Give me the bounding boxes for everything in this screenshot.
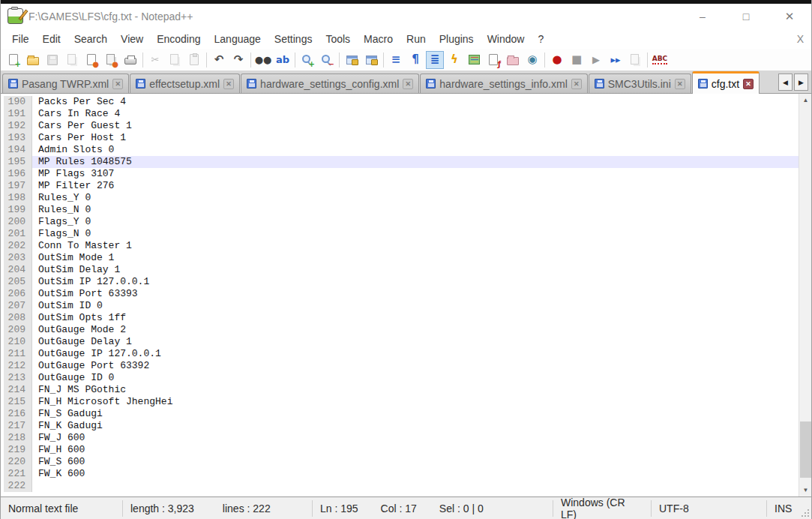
menu-view[interactable]: View bbox=[114, 30, 150, 48]
text-content[interactable]: 190Packs Per Sec 4191Cars In Race 4192Ca… bbox=[4, 94, 799, 496]
tab-smc3utils-ini[interactable]: SMC3Utils.ini✕ bbox=[589, 74, 691, 93]
save-icon[interactable] bbox=[43, 51, 61, 69]
menu-search[interactable]: Search bbox=[67, 30, 114, 48]
macro-play-icon[interactable]: ▶ bbox=[587, 51, 605, 69]
folder-as-workspace-icon[interactable] bbox=[504, 51, 522, 69]
macro-stop-icon[interactable]: ■ bbox=[568, 51, 586, 69]
menu-window[interactable]: Window bbox=[481, 30, 532, 48]
menu-plugins[interactable]: Plugins bbox=[433, 30, 481, 48]
sync-horizontal-scroll-icon[interactable] bbox=[362, 51, 380, 69]
editor-line[interactable]: 207OutSim ID 0 bbox=[4, 300, 799, 312]
editor-line[interactable]: 204OutSim Delay 1 bbox=[4, 264, 799, 276]
scrollbar-thumb[interactable] bbox=[800, 422, 811, 478]
close-tab-icon[interactable]: ✕ bbox=[675, 79, 685, 89]
editor-line[interactable]: 194Admin Slots 0 bbox=[4, 144, 799, 156]
editor-line[interactable]: 210OutGauge Delay 1 bbox=[4, 336, 799, 348]
menubar-close-icon[interactable]: X bbox=[797, 33, 804, 45]
macro-run-multiple-icon[interactable]: ▸▸ bbox=[607, 51, 625, 69]
menu-language[interactable]: Language bbox=[208, 30, 268, 48]
maximize-button[interactable]: □ bbox=[724, 4, 768, 28]
editor-line[interactable]: 214FN_J MS PGothic bbox=[4, 384, 799, 396]
copy-icon[interactable] bbox=[166, 51, 184, 69]
close-all-icon[interactable]: ● bbox=[102, 51, 120, 69]
function-list-icon[interactable]: ƒ bbox=[484, 51, 502, 69]
editor-line[interactable]: 217FN_K Gadugi bbox=[4, 420, 799, 432]
editor-line[interactable]: 211OutGauge IP 127.0.0.1 bbox=[4, 348, 799, 360]
spell-check-abc-icon[interactable]: ABC bbox=[651, 51, 669, 69]
editor-line[interactable]: 216FN_S Gadugi bbox=[4, 408, 799, 420]
editor-line[interactable]: 199Rules_N 0 bbox=[4, 204, 799, 216]
editor-line[interactable]: 193Cars Per Host 1 bbox=[4, 132, 799, 144]
tab-cfg-txt[interactable]: cfg.txt✕ bbox=[692, 71, 760, 94]
close-tab-icon[interactable]: ✕ bbox=[112, 79, 123, 89]
tab-effectsetup-xml[interactable]: effectsetup.xml✕ bbox=[130, 74, 240, 93]
close-tab-icon[interactable]: ✕ bbox=[571, 79, 582, 89]
save-all-icon[interactable] bbox=[63, 51, 81, 69]
tab-scroll-right-icon[interactable]: ▶ bbox=[794, 74, 808, 91]
wrap-symbol-icon[interactable]: ϟ bbox=[445, 51, 463, 69]
open-file-icon[interactable] bbox=[24, 51, 42, 69]
word-wrap-icon[interactable]: ≡ bbox=[387, 51, 405, 69]
editor-line[interactable]: 219FW_H 600 bbox=[4, 444, 799, 456]
menu-run[interactable]: Run bbox=[400, 30, 433, 48]
editor-line[interactable]: 215FN_H Microsoft JhengHei bbox=[4, 396, 799, 408]
editor-line[interactable]: 208OutSim Opts 1ff bbox=[4, 312, 799, 324]
new-file-icon[interactable]: + bbox=[4, 51, 22, 69]
document-monitor-icon[interactable]: ◉ bbox=[523, 51, 541, 69]
minimize-button[interactable]: – bbox=[681, 4, 724, 28]
undo-icon[interactable]: ↶ bbox=[210, 51, 228, 69]
menu-macro[interactable]: Macro bbox=[357, 30, 400, 48]
editor-line[interactable]: 220FW_S 600 bbox=[4, 456, 799, 468]
macro-save-icon[interactable] bbox=[626, 51, 644, 69]
editor-line[interactable]: 222 bbox=[4, 480, 799, 492]
resize-grip[interactable] bbox=[802, 509, 809, 517]
close-tab-icon[interactable]: ✕ bbox=[743, 79, 754, 89]
menu-encoding[interactable]: Encoding bbox=[150, 30, 207, 48]
editor-line[interactable]: 213OutGauge ID 0 bbox=[4, 372, 799, 384]
close-tab-icon[interactable]: ✕ bbox=[403, 79, 413, 89]
macro-record-icon[interactable]: ● bbox=[548, 51, 566, 69]
menu-tools[interactable]: Tools bbox=[319, 30, 357, 48]
editor-line[interactable]: 201Flags_N 0 bbox=[4, 228, 799, 240]
menu-help[interactable]: ? bbox=[531, 30, 550, 48]
menu-edit[interactable]: Edit bbox=[36, 30, 67, 48]
show-indent-guide-icon[interactable]: ≣ bbox=[426, 51, 444, 69]
editor-line[interactable]: 206OutSim Port 63393 bbox=[4, 288, 799, 300]
show-all-characters-icon[interactable]: ¶ bbox=[406, 51, 424, 69]
vertical-scrollbar[interactable]: ▲ ▼ bbox=[799, 94, 811, 496]
editor-line[interactable]: 218FW_J 600 bbox=[4, 432, 799, 444]
editor-line[interactable]: 200Flags_Y 0 bbox=[4, 216, 799, 228]
paste-icon[interactable] bbox=[185, 51, 203, 69]
sync-vertical-scroll-icon[interactable] bbox=[343, 51, 361, 69]
tab-scroll-left-icon[interactable]: ◀ bbox=[778, 74, 793, 91]
editor-line[interactable]: 197MP Filter 276 bbox=[4, 180, 799, 192]
editor-line[interactable]: 212OutGauge Port 63392 bbox=[4, 360, 799, 372]
editor-line[interactable]: 209OutGauge Mode 2 bbox=[4, 324, 799, 336]
print-icon[interactable] bbox=[121, 51, 139, 69]
scroll-up-icon[interactable]: ▲ bbox=[799, 94, 811, 106]
zoom-in-icon[interactable]: + bbox=[298, 51, 316, 69]
tab-hardware-settings-info-xml[interactable]: hardware_settings_info.xml✕ bbox=[420, 74, 587, 93]
replace-icon[interactable]: ab bbox=[274, 51, 292, 69]
editor-line[interactable]: 191Cars In Race 4 bbox=[4, 108, 799, 120]
menu-settings[interactable]: Settings bbox=[268, 30, 319, 48]
tab-hardware-settings-config-xml[interactable]: hardware_settings_config.xml✕ bbox=[241, 74, 419, 93]
editor-line[interactable]: 190Packs Per Sec 4 bbox=[4, 96, 799, 108]
cut-icon[interactable]: ✂ bbox=[146, 51, 164, 69]
editor-line[interactable]: 221FW_K 600 bbox=[4, 468, 799, 480]
editor-area[interactable]: 190Packs Per Sec 4191Cars In Race 4192Ca… bbox=[1, 94, 811, 496]
editor-line[interactable]: 192Cars Per Guest 1 bbox=[4, 120, 799, 132]
editor-line[interactable]: 196MP Flags 3107 bbox=[4, 168, 799, 180]
editor-line[interactable]: 202Conn To Master 1 bbox=[4, 240, 799, 252]
document-map-icon[interactable] bbox=[465, 51, 483, 69]
editor-line[interactable]: 205OutSim IP 127.0.0.1 bbox=[4, 276, 799, 288]
close-tab-icon[interactable]: ✕ bbox=[223, 79, 234, 89]
find-icon[interactable]: ●● bbox=[254, 51, 272, 69]
menu-file[interactable]: File bbox=[5, 30, 36, 48]
tab-pasang-twrp-xml[interactable]: Pasang TWRP.xml✕ bbox=[2, 74, 129, 93]
close-button[interactable]: ✕ bbox=[768, 4, 811, 28]
editor-line[interactable]: 203OutSim Mode 1 bbox=[4, 252, 799, 264]
close-file-icon[interactable]: ● bbox=[82, 51, 100, 69]
scroll-down-icon[interactable]: ▼ bbox=[799, 484, 811, 496]
redo-icon[interactable]: ↷ bbox=[229, 51, 247, 69]
